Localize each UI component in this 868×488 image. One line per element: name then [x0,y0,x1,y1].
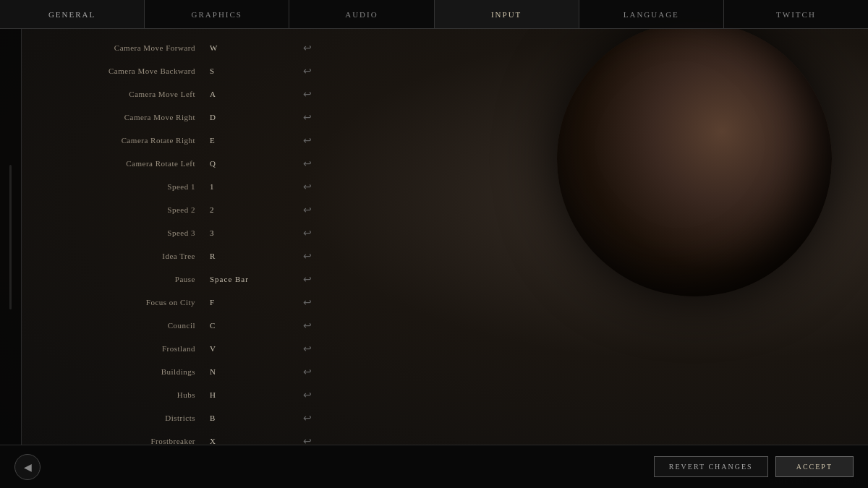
setting-row: Idea TreeR↩ [22,244,868,267]
setting-reset-icon[interactable]: ↩ [297,412,318,424]
nav-tab-twitch[interactable]: TWITCH [724,0,868,28]
revert-button[interactable]: REVERT CHANGES [654,456,768,477]
setting-key[interactable]: S [210,67,297,75]
setting-row: CouncilC↩ [22,314,868,337]
setting-label: Idea Tree [29,252,210,260]
setting-label: Camera Move Left [29,90,210,98]
setting-reset-icon[interactable]: ↩ [297,42,318,54]
setting-label: Focus on City [29,298,210,307]
bottom-buttons: REVERT CHANGES ACCEPT [654,456,854,477]
setting-label: Camera Rotate Left [29,159,210,168]
setting-reset-icon[interactable]: ↩ [297,88,318,100]
setting-reset-icon[interactable]: ↩ [297,227,318,239]
setting-reset-icon[interactable]: ↩ [297,273,318,286]
setting-row: Speed 33↩ [22,221,868,244]
setting-key[interactable]: Q [210,159,297,168]
setting-key[interactable]: D [210,113,297,121]
setting-reset-icon[interactable]: ↩ [297,320,318,332]
nav-tab-language[interactable]: LANGUAGE [579,0,724,28]
setting-row: FrostbreakerX↩ [22,429,868,445]
back-button[interactable]: ◀ [14,454,41,480]
setting-row: Camera Move BackwardS↩ [22,59,868,82]
setting-row: PauseSpace Bar↩ [22,267,868,291]
setting-label: Camera Move Forward [29,43,210,52]
setting-key[interactable]: C [210,321,297,330]
setting-row: Camera Rotate RightE↩ [22,129,868,152]
setting-key[interactable]: H [210,390,297,399]
setting-row: Speed 11↩ [22,175,868,198]
setting-row: Camera Move RightD↩ [22,106,868,129]
nav-tab-graphics[interactable]: GRAPHICS [145,0,289,28]
setting-row: Camera Move ForwardW↩ [22,36,868,59]
setting-reset-icon[interactable]: ↩ [297,366,318,378]
setting-key[interactable]: W [210,43,297,52]
nav-tab-input[interactable]: INPUT [435,0,579,28]
setting-row: Focus on CityF↩ [22,291,868,314]
setting-label: Speed 1 [29,182,210,191]
setting-row: HubsH↩ [22,383,868,406]
setting-key[interactable]: 2 [210,205,297,214]
setting-key[interactable]: 3 [210,228,297,237]
setting-label: Pause [29,275,210,283]
setting-key[interactable]: F [210,298,297,307]
setting-key[interactable]: Space Bar [210,275,297,283]
sidebar-indicator [9,165,12,309]
setting-row: BuildingsN↩ [22,360,868,383]
setting-key[interactable]: B [210,414,297,422]
setting-key[interactable]: A [210,90,297,98]
setting-label: Camera Rotate Right [29,136,210,145]
setting-reset-icon[interactable]: ↩ [297,181,318,193]
setting-reset-icon[interactable]: ↩ [297,343,318,355]
setting-reset-icon[interactable]: ↩ [297,389,318,401]
setting-reset-icon[interactable]: ↩ [297,250,318,262]
setting-label: Speed 3 [29,228,210,237]
bottom-bar: ◀ REVERT CHANGES ACCEPT [0,445,868,488]
setting-label: Districts [29,414,210,422]
setting-reset-icon[interactable]: ↩ [297,158,318,170]
setting-key[interactable]: 1 [210,182,297,191]
setting-key[interactable]: E [210,136,297,145]
setting-row: FrostlandV↩ [22,337,868,360]
setting-reset-icon[interactable]: ↩ [297,65,318,77]
nav-tab-audio[interactable]: AUDIO [289,0,434,28]
setting-label: Frostland [29,344,210,353]
setting-reset-icon[interactable]: ↩ [297,134,318,147]
setting-label: Speed 2 [29,205,210,214]
setting-reset-icon[interactable]: ↩ [297,204,318,216]
setting-row: Camera Rotate LeftQ↩ [22,152,868,175]
setting-row: DistrictsB↩ [22,406,868,429]
setting-row: Speed 22↩ [22,198,868,221]
nav-tab-general[interactable]: GENERAL [0,0,145,28]
setting-key[interactable]: R [210,252,297,260]
setting-row: Camera Move LeftA↩ [22,82,868,106]
setting-label: Camera Move Backward [29,67,210,75]
setting-reset-icon[interactable]: ↩ [297,296,318,309]
setting-key[interactable]: V [210,344,297,353]
setting-key[interactable]: X [210,437,297,445]
setting-label: Frostbreaker [29,437,210,445]
setting-label: Council [29,321,210,330]
setting-label: Buildings [29,367,210,376]
setting-label: Hubs [29,390,210,399]
setting-label: Camera Move Right [29,113,210,121]
nav-bar: GENERALGRAPHICSAUDIOINPUTLANGUAGETWITCH [0,0,868,29]
setting-reset-icon[interactable]: ↩ [297,435,318,445]
settings-list: Camera Move ForwardW↩Camera Move Backwar… [22,29,868,445]
sidebar-strip [0,29,22,445]
setting-key[interactable]: N [210,367,297,376]
accept-button[interactable]: ACCEPT [775,456,854,477]
setting-reset-icon[interactable]: ↩ [297,111,318,124]
content-area: Camera Move ForwardW↩Camera Move Backwar… [22,29,868,445]
